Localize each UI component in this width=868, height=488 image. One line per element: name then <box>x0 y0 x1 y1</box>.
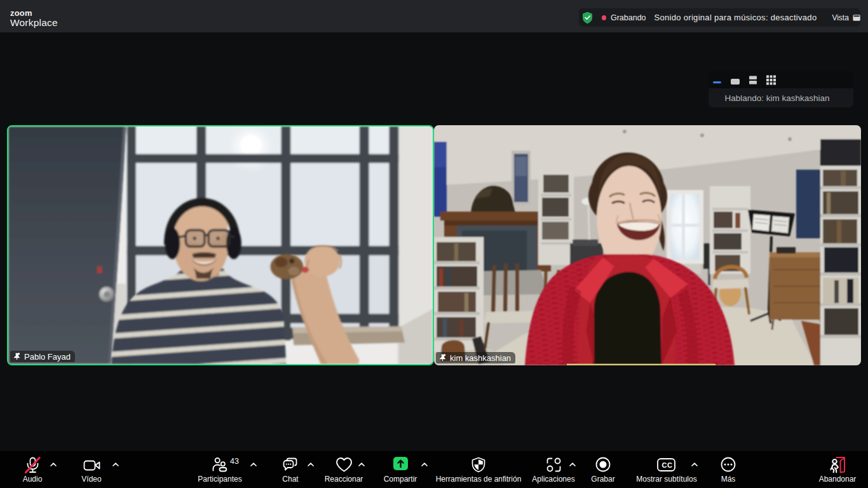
svg-text:CC: CC <box>662 461 673 469</box>
